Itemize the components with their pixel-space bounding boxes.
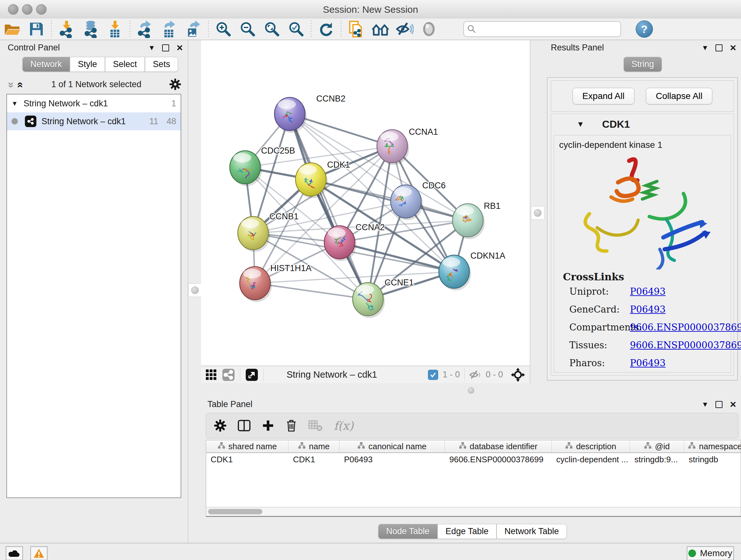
zoom-fit-button[interactable]	[260, 19, 284, 39]
table-cell: stringdb	[684, 455, 741, 464]
network-row[interactable]: String Network – cdk1 11 48	[7, 112, 181, 130]
toolbar-divider	[464, 368, 465, 381]
cytoscape-window: Session: New Session	[0, 0, 741, 560]
pan-crosshair-icon[interactable]	[511, 368, 525, 382]
node-CDK1[interactable]: CDK1	[295, 160, 350, 198]
cloud-status-button[interactable]	[6, 546, 23, 560]
collapse-all-button[interactable]: Collapse All	[646, 88, 712, 105]
delete-column-icon[interactable]	[285, 419, 297, 432]
expand-all-button[interactable]: Expand All	[572, 88, 634, 105]
column-header-shared-name[interactable]: shared name	[206, 440, 288, 452]
import-table-button[interactable]	[103, 19, 127, 39]
column-header-@id[interactable]: @id	[630, 440, 684, 452]
show-all-button[interactable]	[417, 19, 441, 39]
toolbar-separator	[341, 21, 341, 37]
panel-float-icon[interactable]	[716, 44, 723, 51]
table-options-gear-icon[interactable]	[214, 419, 226, 432]
tab-network[interactable]: Network	[22, 57, 70, 72]
panel-menu-icon[interactable]: ▼	[148, 44, 155, 51]
tab-select[interactable]: Select	[105, 57, 145, 72]
refresh-button[interactable]	[314, 19, 338, 39]
toolbar-divider	[263, 368, 264, 381]
network-share-icon[interactable]	[222, 368, 235, 381]
horizontal-splitter[interactable]	[201, 383, 741, 397]
zoom-selected-button[interactable]	[284, 19, 308, 39]
panel-close-icon[interactable]: ✕	[730, 44, 737, 52]
table-row[interactable]: CDK1CDK1P064939606.ENSP00000378699cyclin…	[206, 453, 741, 466]
crosslink-link[interactable]: P06493	[630, 358, 666, 368]
column-header-canonical-name[interactable]: canonical name	[340, 440, 445, 452]
open-session-button[interactable]	[0, 19, 24, 39]
column-header-database-identifier[interactable]: database identifier	[445, 440, 552, 452]
grid-view-icon[interactable]	[205, 369, 217, 381]
import-database-button[interactable]	[78, 19, 103, 39]
gene-section: ▼ CDK1 cyclin-dependent kinase 1	[551, 114, 734, 375]
horizontal-splitter-grabber[interactable]	[468, 387, 474, 394]
node-CCNA1[interactable]: CCNA1	[377, 127, 438, 165]
panel-close-icon[interactable]: ✕	[176, 44, 183, 52]
first-neighbors-button[interactable]	[368, 19, 393, 39]
node-CDC25B[interactable]: CDC25B	[230, 146, 295, 186]
panel-float-icon[interactable]	[162, 44, 169, 51]
table-cell: stringdb:9...	[630, 455, 684, 464]
tab-node-table[interactable]: Node Table	[378, 524, 437, 539]
gene-collapse-icon[interactable]: ▼	[577, 120, 584, 129]
hide-selected-button[interactable]	[393, 19, 417, 39]
node-CDKN1A[interactable]: CDKN1A	[439, 251, 506, 291]
selected-nodes-checkbox[interactable]	[428, 370, 438, 380]
collapse-all-networks-icon[interactable]: «	[16, 82, 26, 87]
column-header-description[interactable]: description	[552, 440, 630, 452]
export-image-button[interactable]	[181, 19, 205, 39]
tab-edge-table[interactable]: Edge Table	[437, 524, 496, 539]
crosslink-link[interactable]: 9606.ENSP00000378699	[630, 322, 741, 333]
help-button[interactable]: ?	[636, 20, 653, 38]
warnings-button[interactable]	[30, 546, 48, 560]
export-network-button[interactable]	[133, 19, 157, 39]
column-header-name[interactable]: name	[288, 440, 340, 452]
collection-expand-icon[interactable]: ▼	[11, 100, 18, 107]
node-label-CCNB1: CCNB1	[269, 212, 299, 221]
network-options-gear-icon[interactable]	[169, 78, 181, 90]
add-column-icon[interactable]	[262, 419, 274, 432]
crosslink-link[interactable]: P06493	[630, 286, 666, 297]
node-HIST1H1A[interactable]: HIST1H1A	[240, 263, 312, 302]
node-label-CDC25B: CDC25B	[261, 146, 295, 155]
node-CDC6[interactable]: CDC6	[391, 181, 446, 220]
column-header-namespace[interactable]: namespace	[684, 440, 741, 452]
node-CCNB2[interactable]: CCNB2	[274, 94, 346, 133]
right-splitter[interactable]	[530, 40, 546, 383]
copy-network-button[interactable]	[344, 19, 368, 39]
search-field[interactable]	[463, 21, 621, 37]
crosslink-link[interactable]: 9606.ENSP00000378699	[630, 340, 741, 351]
detach-view-icon[interactable]	[246, 368, 258, 381]
tab-network-table[interactable]: Network Table	[496, 524, 567, 539]
network-canvas[interactable]: CCNB2CCNA1CDC25BCDK1CDC6RB1CCNB1CCNA2CDK…	[201, 40, 530, 366]
panel-float-icon[interactable]	[716, 401, 723, 408]
panel-menu-icon[interactable]: ▼	[701, 401, 709, 408]
memory-button[interactable]: Memory	[687, 546, 734, 560]
left-splitter[interactable]	[188, 40, 202, 543]
tab-style[interactable]: Style	[70, 57, 105, 72]
zoom-out-button[interactable]	[235, 19, 260, 39]
export-table-button[interactable]	[157, 19, 181, 39]
right-splitter-grabber[interactable]	[531, 206, 544, 220]
node-CCNE1[interactable]: CCNE1	[353, 278, 414, 318]
scrollbar-thumb[interactable]	[208, 509, 262, 514]
table-horizontal-scrollbar[interactable]	[206, 507, 741, 516]
panel-menu-icon[interactable]: ▼	[701, 44, 709, 51]
network-collection-row[interactable]: ▼ String Network – cdk1 1	[7, 95, 181, 112]
zoom-in-button[interactable]	[211, 19, 235, 39]
gene-description: cyclin-dependent kinase 1	[554, 135, 731, 150]
tab-sets[interactable]: Sets	[145, 57, 178, 72]
import-network-button[interactable]	[54, 19, 78, 39]
crosslink-link[interactable]: P06493	[630, 304, 666, 315]
search-input[interactable]	[476, 24, 617, 35]
show-columns-icon[interactable]	[238, 419, 251, 432]
panel-close-icon[interactable]: ✕	[730, 400, 737, 409]
tab-string[interactable]: String	[623, 57, 662, 72]
node-RB1[interactable]: RB1	[453, 201, 501, 239]
save-session-button[interactable]	[24, 19, 49, 39]
edge-HIST1H1A-CCNE1[interactable]	[255, 283, 368, 299]
left-splitter-grabber[interactable]	[188, 284, 202, 297]
column-type-icon	[218, 442, 225, 451]
